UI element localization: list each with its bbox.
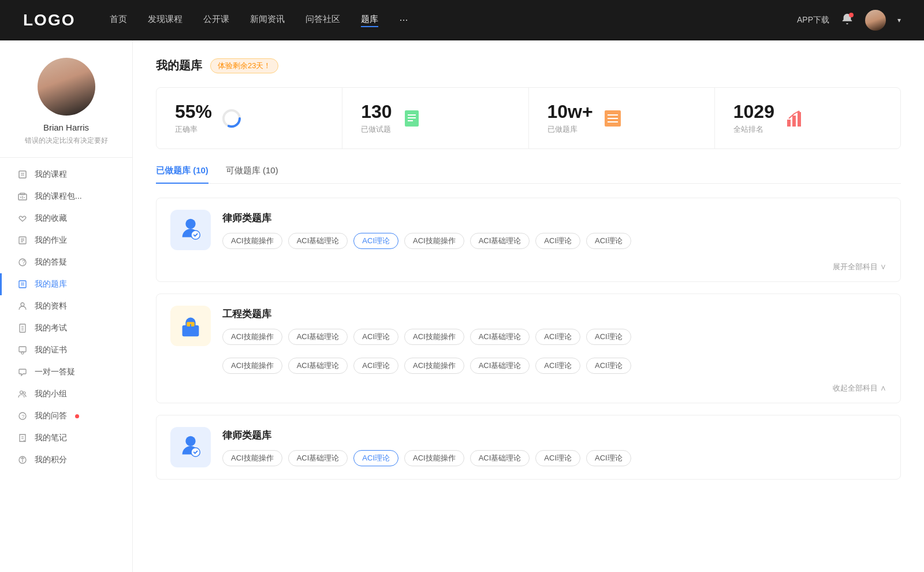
tag-1-2[interactable]: ACI理论 [353, 233, 398, 249]
sidebar-item-my-homework[interactable]: 我的作业 [0, 229, 132, 251]
sidebar-item-my-questions[interactable]: ? 我的问答 [0, 405, 132, 427]
list-orange-icon [602, 108, 623, 129]
svg-rect-0 [19, 171, 26, 178]
banks-done-icon [602, 108, 623, 129]
nav-news[interactable]: 新闻资讯 [250, 14, 285, 27]
profile-motto: 错误的决定比没有决定要好 [25, 136, 108, 146]
tab-available-banks[interactable]: 可做题库 (10) [226, 165, 278, 183]
sidebar-item-my-notes[interactable]: 我的笔记 [0, 427, 132, 449]
tag-1-3[interactable]: ACI技能操作 [404, 233, 464, 249]
stat-label-questions: 已做试题 [361, 124, 392, 135]
tag-2-2[interactable]: ACI理论 [353, 329, 398, 345]
stat-value-correct-rate: 55% [175, 102, 212, 122]
tag-3-3[interactable]: ACI技能操作 [404, 450, 464, 466]
logo[interactable]: LOGO [23, 11, 75, 29]
nav-discover[interactable]: 发现课程 [148, 14, 182, 27]
tag-2-0[interactable]: ACI技能操作 [222, 329, 282, 345]
donut-chart-icon [221, 108, 242, 129]
nav-qa[interactable]: 问答社区 [305, 14, 340, 27]
expand-link-1[interactable]: 展开全部科目 ∨ [157, 262, 900, 281]
stat-banks-done: 10w+ 已做题库 [529, 88, 715, 148]
stat-label-correct-rate: 正确率 [175, 124, 212, 135]
qa-icon: ? [17, 257, 28, 268]
tag-3-2[interactable]: ACI理论 [353, 450, 398, 466]
nav-more[interactable]: ··· [399, 14, 408, 27]
profile-name: Brian Harris [43, 122, 89, 132]
lawyer-bank-icon-2 [170, 427, 211, 467]
tag-3-6[interactable]: ACI理论 [586, 450, 631, 466]
extra-tag-2-6[interactable]: ACI理论 [586, 358, 631, 374]
sidebar-label-my-notes: 我的笔记 [35, 433, 67, 443]
sidebar-item-my-group[interactable]: 我的小组 [0, 383, 132, 405]
sidebar-item-my-cert[interactable]: 我的证书 [0, 339, 132, 361]
nav-links: 首页 发现课程 公开课 新闻资讯 问答社区 题库 ··· [110, 14, 797, 27]
user-avatar[interactable] [865, 10, 886, 31]
tag-1-4[interactable]: ACI基础理论 [470, 233, 530, 249]
tag-1-0[interactable]: ACI技能操作 [222, 233, 282, 249]
tab-done-banks[interactable]: 已做题库 (10) [156, 165, 208, 183]
sidebar-label-my-questions: 我的问答 [35, 411, 67, 421]
tag-3-0[interactable]: ACI技能操作 [222, 450, 282, 466]
cert-icon [17, 345, 28, 355]
tag-1-5[interactable]: ACI理论 [535, 233, 580, 249]
tag-3-4[interactable]: ACI基础理论 [470, 450, 530, 466]
sidebar-item-one-on-one[interactable]: 一对一答疑 [0, 361, 132, 383]
tag-1-1[interactable]: ACI基础理论 [288, 233, 348, 249]
nav-right: APP下载 ▾ [797, 10, 901, 31]
tag-3-1[interactable]: ACI基础理论 [288, 450, 348, 466]
extra-tag-2-5[interactable]: ACI理论 [535, 358, 580, 374]
tag-3-5[interactable]: ACI理论 [535, 450, 580, 466]
nav-open-course[interactable]: 公开课 [203, 14, 229, 27]
extra-tag-2-1[interactable]: ACI基础理论 [288, 358, 348, 374]
nav-home[interactable]: 首页 [110, 14, 127, 27]
svg-rect-43 [798, 112, 801, 127]
nav-question-bank[interactable]: 题库 [361, 14, 378, 27]
extra-tag-2-4[interactable]: ACI基础理论 [470, 358, 530, 374]
sidebar-label-one-on-one: 一对一答疑 [35, 367, 75, 377]
tag-2-5[interactable]: ACI理论 [535, 329, 580, 345]
sidebar-label-my-cert: 我的证书 [35, 345, 67, 355]
extra-tag-2-0[interactable]: ACI技能操作 [222, 358, 282, 374]
one-on-one-icon [17, 367, 28, 377]
collapse-link-2[interactable]: 收起全部科目 ∧ [157, 383, 900, 403]
sidebar-menu: 我的课程 我的课程包... 我的收藏 我的作业 [0, 158, 132, 477]
sidebar-item-my-favorites[interactable]: 我的收藏 [0, 207, 132, 229]
user-menu-chevron[interactable]: ▾ [897, 16, 901, 24]
notes-icon [17, 433, 28, 443]
sidebar-item-my-points[interactable]: 我的积分 [0, 449, 132, 471]
stat-questions-done: 130 已做试题 [342, 88, 528, 148]
lawyer-icon-2 [177, 433, 204, 461]
tabs-row: 已做题库 (10) 可做题库 (10) [156, 165, 901, 184]
sidebar-label-my-points: 我的积分 [35, 455, 67, 465]
stat-value-questions: 130 [361, 102, 392, 122]
svg-point-25 [23, 392, 25, 394]
extra-tag-2-2[interactable]: ACI理论 [353, 358, 398, 374]
points-icon [17, 455, 28, 465]
sidebar-item-my-profile[interactable]: 我的资料 [0, 295, 132, 317]
trial-badge: 体验剩余23天！ [210, 58, 278, 73]
tag-2-6[interactable]: ACI理论 [586, 329, 631, 345]
extra-tag-2-3[interactable]: ACI技能操作 [404, 358, 464, 374]
sidebar-item-my-course-pkg[interactable]: 我的课程包... [0, 185, 132, 207]
sidebar-item-my-exam[interactable]: 我的考试 [0, 317, 132, 339]
stat-rank: 1029 全站排名 [715, 88, 900, 148]
homework-icon [17, 235, 28, 246]
profile-avatar [38, 58, 95, 116]
sidebar-item-my-bank[interactable]: 我的题库 [0, 273, 132, 295]
tag-2-3[interactable]: ACI技能操作 [404, 329, 464, 345]
notification-bell[interactable] [841, 13, 854, 28]
tag-1-6[interactable]: ACI理论 [586, 233, 631, 249]
doc-green-icon [401, 108, 422, 129]
sidebar-label-my-group: 我的小组 [35, 389, 67, 399]
sidebar-item-my-course[interactable]: 我的课程 [0, 164, 132, 185]
notification-dot [849, 13, 854, 17]
tag-2-1[interactable]: ACI基础理论 [288, 329, 348, 345]
stat-label-rank: 全站排名 [733, 124, 774, 135]
sidebar-label-my-course: 我的课程 [35, 169, 67, 180]
sidebar-item-my-qa[interactable]: ? 我的答疑 [0, 251, 132, 273]
tags-row-1: ACI技能操作 ACI基础理论 ACI理论 ACI技能操作 ACI基础理论 AC… [222, 233, 886, 249]
lawyer-icon [177, 216, 204, 244]
page-layout: Brian Harris 错误的决定比没有决定要好 我的课程 我的课程包... [0, 40, 924, 572]
tag-2-4[interactable]: ACI基础理论 [470, 329, 530, 345]
app-download-link[interactable]: APP下载 [797, 15, 829, 25]
